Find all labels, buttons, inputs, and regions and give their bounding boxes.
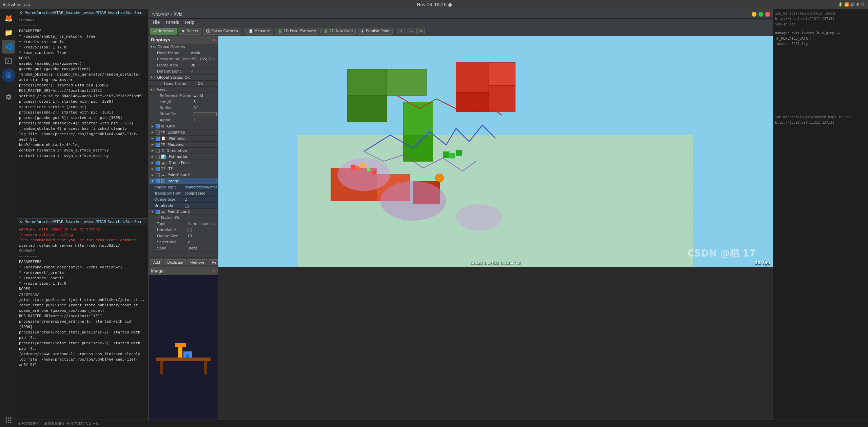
planning-item[interactable]: ▶ 📋 Planning bbox=[149, 136, 218, 142]
activity-vscode[interactable] bbox=[2, 40, 15, 54]
terminal-line: * /gazebo/enable_ros_network: True bbox=[19, 34, 146, 39]
menu-panels[interactable]: Panels bbox=[163, 19, 182, 25]
rviz-toolbar: Interact Select Focus Camera Measure 2D … bbox=[149, 26, 773, 36]
viewport-3d[interactable]: 31 fps 55122 1.17921 0.0164748 CSDN @稻 1… bbox=[218, 36, 773, 267]
interact-button[interactable]: Interact bbox=[150, 28, 177, 35]
measure-button[interactable]: Measure bbox=[245, 28, 273, 35]
global-status-icon: ✓ bbox=[153, 76, 156, 79]
unreliable-2-checkbox[interactable] bbox=[188, 228, 192, 232]
pointcloud2-item-2[interactable]: ▼ ☁ PointCloud2 bbox=[149, 209, 218, 215]
file-path-bar-1[interactable]: ⭘ /home/practice/STAR_Searcher_ws/src/ST… bbox=[17, 9, 149, 16]
radius-prop[interactable]: Radius 0.1 bbox=[149, 105, 218, 111]
right-terminal-line-6: ion_manager/launch/search_map1.launch ht… bbox=[775, 115, 866, 125]
axes-group[interactable]: ▼ A Axes bbox=[149, 87, 218, 93]
displays-scroll[interactable]: ▼ ⚙ Global Options Fixed Frame world Bac… bbox=[149, 44, 218, 258]
tf-item[interactable]: ▶ TF TF bbox=[149, 166, 218, 172]
unreliable-prop-1[interactable]: Unreliable bbox=[149, 203, 218, 209]
drone-pose-item[interactable]: ▶ 🚁 Drone Pose bbox=[149, 160, 218, 166]
pointcloud2-1-checkbox[interactable] bbox=[156, 173, 160, 177]
terminal-area-2[interactable]: WARNING: disk usage in log directory [/h… bbox=[17, 225, 149, 427]
background-color-prop[interactable]: Background Color 255; 255; 255 bbox=[149, 56, 218, 62]
menu-help[interactable]: Help bbox=[182, 19, 197, 25]
home-button[interactable]: ⌂ bbox=[416, 28, 425, 34]
duplicate-button[interactable]: Duplicate bbox=[164, 259, 186, 265]
estimation-checkbox[interactable] bbox=[156, 155, 160, 159]
queue-size-prop-2[interactable]: Queue Size 10 bbox=[149, 233, 218, 239]
activity-rviz[interactable] bbox=[2, 68, 15, 82]
svg-rect-12 bbox=[489, 86, 515, 112]
activity-settings[interactable] bbox=[2, 90, 15, 104]
queue-size-prop-1[interactable]: Queue Size 2 bbox=[149, 197, 218, 203]
activity-terminal[interactable] bbox=[2, 54, 15, 68]
terminal-line: SUMMARY bbox=[19, 18, 146, 23]
pointcloud2-2-checkbox[interactable] bbox=[156, 210, 160, 214]
terminal-area[interactable]: SUMMARY========PARAMETERS * /gazebo/enab… bbox=[17, 16, 149, 218]
displays-close[interactable]: ✕ bbox=[212, 37, 216, 43]
zoom-in-button[interactable]: + bbox=[397, 28, 406, 34]
terminal-line: ROS_MASTER_URI=http://localhost:11311 bbox=[19, 313, 146, 319]
rviz-titlebar: rviz.rviz* - RViz bbox=[149, 10, 773, 19]
simulation-item[interactable]: ▶ ⚙ Simulation bbox=[149, 148, 218, 154]
close-button[interactable] bbox=[765, 12, 770, 17]
show-trail-checkbox[interactable] bbox=[194, 112, 217, 116]
nav-2d-button[interactable]: 2D Nav Goal bbox=[320, 28, 356, 35]
default-light-prop[interactable]: Default Light ✓ bbox=[149, 68, 218, 75]
terminal-line: beb9/random_obstacle-4*.log bbox=[19, 142, 146, 148]
activity-files[interactable]: 📁 bbox=[2, 26, 15, 39]
image-item[interactable]: ▼ 🖼 Image bbox=[149, 178, 218, 184]
tf-checkbox[interactable] bbox=[156, 167, 160, 171]
maximize-button[interactable] bbox=[758, 12, 763, 17]
file-path-bar-2[interactable]: ⭘ /home/practice/STAR_Searcher_ws/src/ST… bbox=[17, 219, 149, 225]
pointcloud2-2-label: PointCloud2 bbox=[167, 209, 217, 214]
select-button[interactable]: Select bbox=[178, 28, 201, 35]
focus-camera-button[interactable]: Focus Camera bbox=[203, 28, 241, 35]
unreliable-prop-2[interactable]: Unreliable bbox=[149, 227, 218, 233]
reference-frame-prop[interactable]: Reference Frame world bbox=[149, 93, 218, 99]
length-prop[interactable]: Length 3 bbox=[149, 99, 218, 105]
activities-label[interactable]: Activities bbox=[3, 2, 21, 7]
global-options-group[interactable]: ▼ ⚙ Global Options bbox=[149, 44, 218, 50]
style-prop[interactable]: Style Boxes bbox=[149, 245, 218, 251]
mapping-item[interactable]: ▶ 🗺 Mapping bbox=[149, 142, 218, 148]
topic-prop[interactable]: Topic /cam_lidar/min_obs... bbox=[149, 221, 218, 227]
selectable-prop[interactable]: Selectable ✓ bbox=[149, 239, 218, 245]
queue-size-2-value: 10 bbox=[188, 234, 217, 238]
localmap-checkbox[interactable] bbox=[156, 130, 160, 135]
alpha-prop[interactable]: Alpha 1 bbox=[149, 117, 218, 123]
terminal-line: gazebo_gui (gazebo_ros/gzclient) bbox=[19, 66, 146, 72]
drone-pose-icon: 🚁 bbox=[161, 161, 166, 165]
global-status-group[interactable]: ▼ ✓ Global Status: Ok bbox=[149, 75, 218, 81]
selectable-label: Selectable bbox=[157, 240, 188, 244]
grid-checkbox[interactable] bbox=[156, 124, 160, 128]
drone-pose-checkbox[interactable] bbox=[156, 161, 160, 165]
minimize-button[interactable] bbox=[752, 12, 756, 17]
menu-file[interactable]: File bbox=[150, 19, 162, 25]
activity-apps[interactable] bbox=[2, 413, 15, 427]
gs-fixed-frame-prop[interactable]: ✓ Fixed Frame OK bbox=[149, 81, 218, 87]
transport-hint-prop[interactable]: Transport Hint compressed bbox=[149, 190, 218, 197]
add-button[interactable]: Add bbox=[150, 259, 163, 265]
fixed-frame-prop[interactable]: Fixed Frame world bbox=[149, 50, 218, 56]
grid-item[interactable]: ▶ ⊞ Grid bbox=[149, 123, 218, 129]
pointcloud2-item-1[interactable]: ▶ ☁ PointCloud2 bbox=[149, 172, 218, 178]
publish-point-button[interactable]: Publish Point bbox=[357, 28, 393, 35]
estimation-item[interactable]: ▶ 📊 Estimation bbox=[149, 154, 218, 160]
pose-2d-button[interactable]: 2D Pose Estimate bbox=[275, 28, 319, 35]
activity-firefox[interactable]: 🦊 bbox=[2, 12, 15, 25]
frame-rate-value: 30 bbox=[191, 63, 217, 67]
right-terminal-line-4: manager rviz.launch 2> >(grep -v TF_REPE… bbox=[775, 30, 866, 41]
simulation-checkbox[interactable] bbox=[156, 149, 160, 153]
planning-checkbox[interactable] bbox=[156, 137, 160, 141]
image-panel-close[interactable]: ✕ bbox=[212, 268, 216, 274]
localmap-item[interactable]: ▶ 🗺 LocalMap bbox=[149, 129, 218, 136]
image-checkbox[interactable] bbox=[156, 179, 160, 183]
remove-button[interactable]: Remove bbox=[187, 259, 207, 265]
image-panel-minimize[interactable]: — bbox=[206, 268, 210, 274]
frame-rate-prop[interactable]: Frame Rate 30 bbox=[149, 62, 218, 68]
image-topic-prop[interactable]: Image Topic /camera/color/imag... bbox=[149, 184, 218, 190]
unreliable-1-checkbox[interactable] bbox=[185, 204, 189, 208]
zoom-out-button[interactable]: - bbox=[408, 28, 415, 34]
mapping-checkbox[interactable] bbox=[156, 143, 160, 147]
terminal-line: joint_state_publisher (joint_state_publi… bbox=[19, 297, 146, 303]
show-trail-prop[interactable]: Show Trail bbox=[149, 111, 218, 117]
